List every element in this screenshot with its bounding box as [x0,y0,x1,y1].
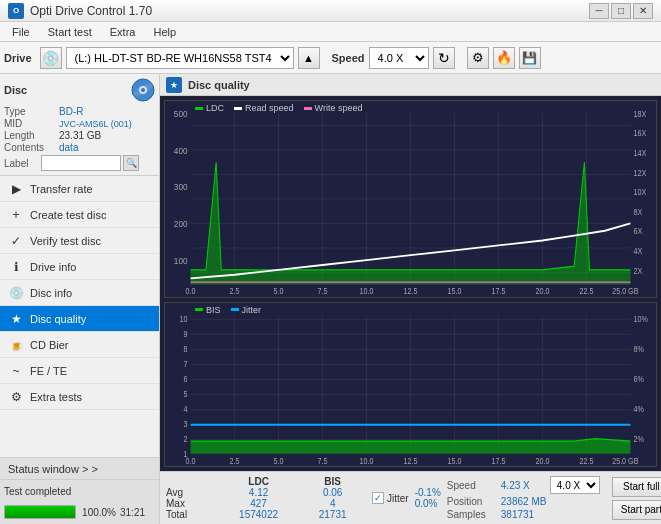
chart-bis: BIS Jitter [164,302,657,467]
nav-items: ▶ Transfer rate + Create test disc ✓ Ver… [0,176,159,457]
burn-button[interactable]: 🔥 [493,47,515,69]
svg-text:0.0: 0.0 [186,287,196,297]
legend-jitter: Jitter [242,305,262,315]
svg-text:18X: 18X [633,109,646,119]
cd-bier-label: CD Bier [30,339,69,351]
settings-button[interactable]: ⚙ [467,47,489,69]
stats-max-bis: 4 [299,498,366,509]
stats-header-ldc: LDC [218,476,299,487]
extra-tests-icon: ⚙ [8,389,24,405]
progress-bar [4,505,76,519]
refresh-button[interactable]: ↻ [433,47,455,69]
svg-text:4X: 4X [633,246,642,256]
contents-value: data [59,142,78,153]
eject-button[interactable]: ▲ [298,47,320,69]
disc-quality-label: Disc quality [30,313,86,325]
status-time: 31:21 [120,507,155,518]
svg-text:22.5: 22.5 [579,456,593,466]
menu-file[interactable]: File [4,24,38,40]
sidebar-item-cd-bier[interactable]: 🍺 CD Bier [0,332,159,358]
sidebar-item-transfer-rate[interactable]: ▶ Transfer rate [0,176,159,202]
sidebar-item-disc-info[interactable]: 💿 Disc info [0,280,159,306]
transfer-rate-icon: ▶ [8,181,24,197]
mid-label: MID [4,118,59,129]
svg-text:17.5: 17.5 [492,456,506,466]
menu-extra[interactable]: Extra [102,24,144,40]
speed-stat-value: 4.23 X [501,480,546,491]
charts-area: LDC Read speed Write speed [160,96,661,471]
disc-info-icon: 💿 [8,285,24,301]
svg-text:3: 3 [184,419,188,429]
legend-write-speed: Write speed [315,103,363,113]
type-label: Type [4,106,59,117]
disc-label-btn[interactable]: 🔍 [123,155,139,171]
sidebar: Disc Type BD-R MID JVC-AMS6L (001) Lengt… [0,74,160,524]
drive-icon-btn[interactable]: 💿 [40,47,62,69]
stats-area: LDC BIS Avg 4.12 0.06 Max 427 [160,471,661,524]
toolbar: Drive 💿 (L:) HL-DT-ST BD-RE WH16NS58 TST… [0,42,661,74]
close-button[interactable]: ✕ [633,3,653,19]
speed-combo-select[interactable]: 4.0 X MAX [550,476,600,494]
stats-avg-label: Avg [166,487,218,498]
transfer-rate-label: Transfer rate [30,183,93,195]
jitter-checkbox[interactable]: ✓ [372,492,384,504]
sidebar-item-drive-info[interactable]: ℹ Drive info [0,254,159,280]
jitter-section: ✓ Jitter [372,492,409,504]
app-icon: O [8,3,24,19]
svg-text:10.0: 10.0 [360,287,374,297]
start-full-button[interactable]: Start full [612,477,661,497]
svg-text:7: 7 [184,359,188,369]
sidebar-item-create-test-disc[interactable]: + Create test disc [0,202,159,228]
stats-header-bis: BIS [299,476,366,487]
disc-quality-header-icon: ★ [166,77,182,93]
svg-text:2%: 2% [633,434,643,444]
disc-quality-title: Disc quality [188,79,250,91]
stats-row-max: Max 427 4 [166,498,366,509]
svg-text:2.5: 2.5 [230,287,240,297]
menu-help[interactable]: Help [145,24,184,40]
sidebar-item-disc-quality[interactable]: ★ Disc quality [0,306,159,332]
svg-text:5: 5 [184,389,188,399]
svg-text:25.0 GB: 25.0 GB [612,456,638,466]
sidebar-item-extra-tests[interactable]: ⚙ Extra tests [0,384,159,410]
svg-text:8X: 8X [633,207,642,217]
progress-bar-fill [5,506,75,518]
jitter-stats-table: -0.1% 0.0% [415,487,441,509]
position-stat-value: 23862 MB [501,496,547,507]
stats-table: LDC BIS Avg 4.12 0.06 Max 427 [166,476,366,520]
sidebar-item-fe-te[interactable]: ~ FE / TE [0,358,159,384]
start-part-button[interactable]: Start part [612,500,661,520]
minimize-button[interactable]: ─ [589,3,609,19]
svg-text:4%: 4% [633,404,643,414]
svg-text:20.0: 20.0 [536,287,550,297]
sidebar-item-verify-test-disc[interactable]: ✓ Verify test disc [0,228,159,254]
disc-panel: Disc Type BD-R MID JVC-AMS6L (001) Lengt… [0,74,159,176]
menu-start-test[interactable]: Start test [40,24,100,40]
stats-total-label: Total [166,509,218,520]
jitter-avg-value: -0.1% [415,487,441,498]
drive-select[interactable]: (L:) HL-DT-ST BD-RE WH16NS58 TST4 [66,47,294,69]
disc-label-input[interactable] [41,155,121,171]
extra-tests-label: Extra tests [30,391,82,403]
svg-text:300: 300 [174,182,188,193]
svg-text:6: 6 [184,374,188,384]
disc-title: Disc [4,84,27,96]
stats-max-label: Max [166,498,218,509]
type-value: BD-R [59,106,83,117]
legend-ldc: LDC [206,103,224,113]
svg-text:20.0: 20.0 [535,456,549,466]
svg-text:10: 10 [180,314,188,324]
svg-text:8: 8 [184,344,188,354]
disc-quality-icon: ★ [8,311,24,327]
fe-te-icon: ~ [8,363,24,379]
samples-stat-value: 381731 [501,509,534,520]
jitter-max-value: 0.0% [415,498,441,509]
save-button[interactable]: 💾 [519,47,541,69]
status-window-button[interactable]: Status window > > [0,458,159,480]
svg-text:8%: 8% [633,344,643,354]
speed-select[interactable]: 4.0 X MAX 2.0 X 8.0 X [369,47,429,69]
stats-avg-bis: 0.06 [299,487,366,498]
maximize-button[interactable]: □ [611,3,631,19]
stats-total-ldc: 1574022 [218,509,299,520]
position-stat-label: Position [447,496,497,507]
